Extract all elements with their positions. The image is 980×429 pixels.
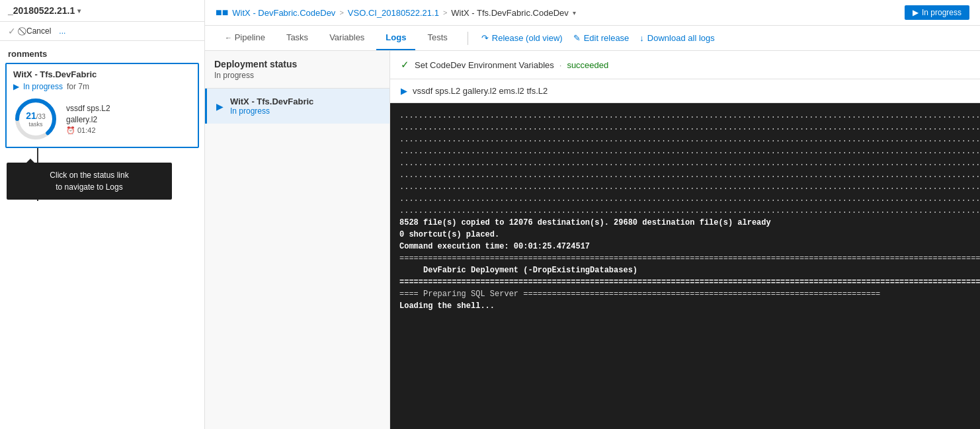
release-old-view-label: Release (old view) xyxy=(492,33,563,43)
terminal-line: DevFabric Deployment (-DropExistingDatab… xyxy=(399,264,971,276)
tasks-total: 33 xyxy=(38,113,46,120)
edit-release-button[interactable]: ✎ Edit release xyxy=(568,26,635,50)
env-card-body: 21/33 tasks vssdf sps.L2 gallery.l2 ⏰ 01… xyxy=(13,97,191,141)
terminal-line: ........................................… xyxy=(399,157,971,169)
circle-progress: 21/33 tasks xyxy=(13,97,58,141)
terminal-line: ........................................… xyxy=(399,181,971,193)
environments-text: ronments xyxy=(8,49,47,59)
circle-label: 21/33 tasks xyxy=(26,110,45,128)
tab-logs-label: Logs xyxy=(386,32,406,42)
breadcrumb: ■■ WitX - DevFabric.CodeDev > VSO.CI_201… xyxy=(216,7,576,19)
deploy-status: In progress xyxy=(214,71,380,80)
log-area: ✓ Set CodeDev Environment Variables · su… xyxy=(390,51,980,429)
for-time-text: for 7m xyxy=(67,82,89,91)
breadcrumb-part3: WitX - Tfs.DevFabric.CodeDev xyxy=(451,8,568,18)
detail-name-1: vssdf sps.L2 xyxy=(66,104,110,113)
terminal-line: 0 shortcut(s) placed. xyxy=(399,229,971,241)
release-name: _20180522.21.1 ▾ xyxy=(8,5,81,16)
env-card-status: ▶ In progress for 7m xyxy=(13,82,191,91)
terminal[interactable]: ........................................… xyxy=(390,103,980,429)
log-play-icon: ▶ xyxy=(401,86,407,96)
badge-text: In progress xyxy=(922,8,961,17)
tab-pipeline[interactable]: ← Pipeline xyxy=(216,26,274,50)
terminal-line: Command execution time: 00:01:25.4724517 xyxy=(399,241,971,253)
breadcrumb-sep2: > xyxy=(443,9,447,17)
deploy-title: Deployment status xyxy=(214,59,380,69)
tab-pipeline-label: Pipeline xyxy=(235,32,265,42)
log-header-title: Set CodeDev Environment Variables xyxy=(415,60,554,70)
release-old-view-button[interactable]: ↷ Release (old view) xyxy=(476,26,568,50)
environments-label: ronments xyxy=(0,41,204,63)
tasks-done: 21 xyxy=(26,110,36,121)
env-card[interactable]: WitX - Tfs.DevFabric ▶ In progress for 7… xyxy=(5,63,199,148)
terminal-line: ==== Preparing SQL Server ==============… xyxy=(399,288,971,300)
terminal-line: ........................................… xyxy=(399,169,971,181)
left-top-bar: _20180522.21.1 ▾ xyxy=(0,0,204,22)
deploy-item-content: WitX - Tfs.DevFabric In progress xyxy=(230,97,313,116)
time-text: 01:42 xyxy=(77,126,96,134)
tasks-label: tasks xyxy=(26,121,45,128)
release-name-text: _20180522.21.1 xyxy=(8,5,75,16)
terminal-line: ========================================… xyxy=(399,253,971,264)
detail-time: ⏰ 01:42 xyxy=(66,126,110,135)
more-button[interactable]: ... xyxy=(59,26,65,36)
deploy-item-name: WitX - Tfs.DevFabric xyxy=(230,97,313,106)
tab-tasks-label: Tasks xyxy=(286,32,308,42)
left-actions-bar: ✓ ⃠ Cancel ... xyxy=(0,22,204,41)
refresh-icon: ↷ xyxy=(481,33,489,43)
clock-icon: ⏰ xyxy=(66,126,75,135)
pencil-icon: ✎ xyxy=(573,33,581,43)
terminal-line: ........................................… xyxy=(399,145,971,157)
log-header: ✓ Set CodeDev Environment Variables · su… xyxy=(390,51,980,79)
deploy-item[interactable]: ▶ WitX - Tfs.DevFabric In progress xyxy=(205,89,389,124)
edit-release-label: Edit release xyxy=(584,33,630,43)
download-logs-label: Download all logs xyxy=(647,33,715,43)
deploy-play-icon: ▶ xyxy=(216,101,224,112)
main-content: Deployment status In progress ▶ WitX - T… xyxy=(205,51,980,429)
terminal-line: ========================================… xyxy=(399,276,971,288)
detail-name-2: gallery.l2 xyxy=(66,115,110,124)
deploy-sidebar-header: Deployment status In progress xyxy=(205,51,389,89)
nav-tabs: ← Pipeline Tasks Variables Logs Tests ↷ … xyxy=(205,26,980,51)
right-panel: ■■ WitX - DevFabric.CodeDev > VSO.CI_201… xyxy=(205,0,980,429)
env-details: vssdf sps.L2 gallery.l2 ⏰ 01:42 xyxy=(66,104,110,135)
cancel-button[interactable]: ⃠ Cancel xyxy=(24,26,51,36)
terminal-line: ........................................… xyxy=(399,205,971,217)
terminal-line: 8528 file(s) copied to 12076 destination… xyxy=(399,217,971,229)
tab-tasks[interactable]: Tasks xyxy=(277,26,317,50)
env-card-title-text: WitX - Tfs.DevFabric xyxy=(13,69,97,79)
breadcrumb-sep1: > xyxy=(339,9,343,17)
left-panel: _20180522.21.1 ▾ ✓ ⃠ Cancel ... ronments… xyxy=(0,0,205,429)
log-header-sep: · xyxy=(559,60,562,70)
env-card-title: WitX - Tfs.DevFabric xyxy=(13,69,191,79)
env-status-text: In progress xyxy=(23,82,63,91)
log-sub-title: vssdf sps.L2 gallery.l2 ems.l2 tfs.L2 xyxy=(413,86,548,96)
tab-variables[interactable]: Variables xyxy=(320,26,374,50)
breadcrumb-part2[interactable]: VSO.CI_20180522.21.1 xyxy=(348,8,439,18)
in-progress-badge: ▶ In progress xyxy=(905,5,969,20)
tab-tests[interactable]: Tests xyxy=(418,26,456,50)
play-badge-icon: ▶ xyxy=(913,8,919,17)
download-logs-button[interactable]: ↓ Download all logs xyxy=(634,26,719,50)
pipeline-icon: ■■ xyxy=(216,7,228,19)
deploy-item-status: In progress xyxy=(230,106,313,116)
terminal-line: ........................................… xyxy=(399,134,971,145)
breadcrumb-bar: ■■ WitX - DevFabric.CodeDev > VSO.CI_201… xyxy=(205,0,980,26)
chevron-down-breadcrumb-icon[interactable]: ▾ xyxy=(573,9,576,17)
nav-divider xyxy=(468,32,468,45)
log-subheader: ▶ vssdf sps.L2 gallery.l2 ems.l2 tfs.L2 xyxy=(390,79,980,103)
terminal-line: ........................................… xyxy=(399,193,971,205)
breadcrumb-part1[interactable]: WitX - DevFabric.CodeDev xyxy=(232,8,335,18)
tab-variables-label: Variables xyxy=(329,32,364,42)
tooltip-line1: Click on the status link xyxy=(50,171,128,180)
check-icon: ✓ xyxy=(401,59,409,71)
tab-logs[interactable]: Logs xyxy=(376,26,415,50)
chevron-down-icon[interactable]: ▾ xyxy=(77,7,81,15)
terminal-line: ........................................… xyxy=(399,122,971,134)
terminal-line: ........................................… xyxy=(399,110,971,122)
log-header-status: succeeded xyxy=(567,60,608,70)
download-icon: ↓ xyxy=(639,33,644,43)
cancel-label: Cancel xyxy=(26,26,51,36)
more-label: ... xyxy=(59,26,65,36)
tooltip-line2: to navigate to Logs xyxy=(56,182,122,192)
